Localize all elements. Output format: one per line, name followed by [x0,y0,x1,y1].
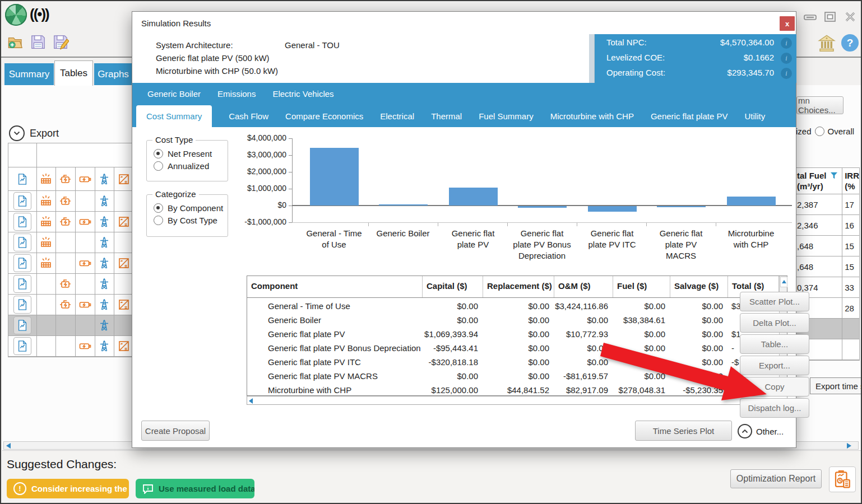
dialog-tab-fuel-summary[interactable]: Fuel Summary [479,105,534,127]
results-button[interactable] [13,296,31,314]
dialog-close-button[interactable]: x [780,16,795,31]
warning-suggestion-button[interactable]: ! Consider increasing the [7,479,129,498]
table-row[interactable]: General - Time of Use$0.00$0.00$3,424,11… [247,299,779,313]
table-header-cell[interactable]: Component [247,276,423,297]
system-row[interactable] [8,274,134,295]
y-axis-tick-label: -$1,000,000 [211,217,286,226]
table-row[interactable]: Microturbine with CHP$125,000.00$44,841.… [247,383,779,397]
create-proposal-button[interactable]: Create Proposal [141,421,210,441]
tab-summary[interactable]: Summary [4,63,54,85]
scroll-left-icon[interactable] [249,398,253,404]
system-row[interactable] [8,315,134,336]
value-cell: $0.00 [670,357,728,367]
dialog-tab-thermal[interactable]: Thermal [431,105,462,127]
system-row[interactable] [8,295,134,315]
overall-radio[interactable]: ized Overall [796,127,854,136]
system-row[interactable] [8,232,134,253]
radio-circle[interactable] [154,216,163,225]
system-row[interactable] [8,253,134,274]
results-row[interactable]: ,64815 [796,256,859,277]
menu-item-delta-plot-[interactable]: Delta Plot... [740,313,809,333]
scroll-left-icon[interactable] [6,443,11,449]
table-row[interactable]: Generic flat plate PV MACRS$0.00$0.00-$8… [247,369,779,383]
dialog-tab-emissions[interactable]: Emissions [217,89,256,99]
info-icon[interactable]: i [781,53,792,64]
dialog-tab-microturbine-with-chp[interactable]: Microturbine with CHP [550,105,634,127]
optimization-report-icon-button[interactable] [829,466,856,492]
results-row[interactable]: ,64815 [796,236,859,256]
menu-item-scatter-plot-[interactable]: Scatter Plot... [740,292,809,311]
irr-cell: 28 [842,298,859,319]
tab-tables[interactable]: Tables [54,60,93,86]
dialog-tab-utility[interactable]: Utility [744,105,765,127]
dialog-tab-cost-summary[interactable]: Cost Summary [136,105,212,127]
save-as-icon[interactable] [52,33,69,51]
results-button[interactable] [13,234,31,251]
system-component-pv: Generic flat plate PV (500 kW) [156,53,270,63]
results-icon [16,340,29,352]
menu-item-table-[interactable]: Table... [740,334,809,354]
dialog-tab-cash-flow[interactable]: Cash Flow [229,105,268,127]
tab-graphs[interactable]: Graphs [94,63,132,85]
table-row[interactable]: Generic flat plate PV$1,069,393.94$0.00$… [247,327,779,341]
table-header-cell[interactable]: Fuel ($) [613,276,670,297]
results-button[interactable] [13,316,31,334]
table-row[interactable]: Generic flat plate PV Bonus Depreciation… [247,341,779,355]
results-button[interactable] [13,192,31,210]
results-row[interactable]: 2,34616 [796,215,859,236]
results-button[interactable] [13,275,31,293]
table-header-cell[interactable]: O&M ($) [554,276,613,297]
metric-row: Operating Cost:$293,345.70i [589,68,796,80]
other-toggle[interactable]: Other... [738,424,784,438]
minimize-button[interactable] [804,13,817,24]
column-choices-button[interactable]: mn Choices... [796,96,844,114]
menu-item-dispatch-log-[interactable]: Dispatch log... [740,398,809,418]
results-button[interactable] [13,337,31,355]
table-horizontal-scrollbar[interactable] [247,396,787,405]
grid-icon [98,215,111,228]
radio-circle[interactable] [154,149,163,158]
system-row[interactable] [8,336,134,357]
dialog-tab-electric-vehicles[interactable]: Electric Vehicles [272,89,333,99]
irr-column-header[interactable]: IRR(% [842,168,859,194]
info-icon[interactable]: i [781,38,792,49]
time-series-plot-button[interactable]: Time Series Plot [635,421,732,441]
converter-icon [117,256,131,270]
table-row[interactable]: Generic Boiler$0.00$0.00$0.00$38,384.61$… [247,313,779,327]
info-icon[interactable]: i [781,68,792,79]
dialog-tab-compare-economics[interactable]: Compare Economics [285,105,363,127]
dialog-tab-generic-flat-plate-pv[interactable]: Generic flat plate PV [651,105,728,127]
value-cell: $0.00 [613,371,670,381]
table-header-cell[interactable]: Replacement ($) [483,276,554,297]
menu-item-export-[interactable]: Export... [740,356,809,375]
menu-item-copy[interactable]: Copy [740,377,809,396]
fuel-column-header[interactable]: tal Fuel(m³/yr) [796,168,842,194]
window-close-button[interactable] [844,11,856,25]
metric-value: $293,345.70 [727,68,774,77]
system-row[interactable] [8,212,134,232]
grid-header-cell [37,143,134,167]
dialog-tab-electrical[interactable]: Electrical [380,105,414,127]
table-header-cell[interactable]: Capital ($) [423,276,483,297]
radio-circle[interactable] [154,203,163,213]
results-row[interactable]: 2,38717 [796,194,859,215]
dialog-tab-row-2: Cost SummaryCash FlowCompare EconomicsEl… [136,105,765,127]
open-project-icon[interactable] [7,33,25,51]
maximize-button[interactable] [824,11,836,25]
success-suggestion-button[interactable]: Use measured load data [136,479,254,498]
system-row[interactable] [8,191,134,212]
save-icon[interactable] [29,33,47,51]
radio-circle[interactable] [154,161,163,171]
table-row[interactable]: Generic flat plate PV ITC-$320,818.18$0.… [247,355,779,369]
scroll-right-icon[interactable] [847,443,851,449]
dialog-tab-generic-boiler[interactable]: Generic Boiler [147,89,201,99]
optimization-report-button[interactable]: Optimization Report [730,469,822,488]
results-button[interactable] [13,254,31,272]
export-toggle[interactable]: Export [9,125,59,141]
scroll-up-icon[interactable] [780,277,787,287]
results-button[interactable] [13,213,31,231]
overall-radio-circle[interactable] [815,127,824,136]
table-header-cell[interactable]: Salvage ($) [670,276,728,297]
help-icon[interactable]: ? [841,34,859,52]
bank-icon[interactable] [817,33,837,55]
